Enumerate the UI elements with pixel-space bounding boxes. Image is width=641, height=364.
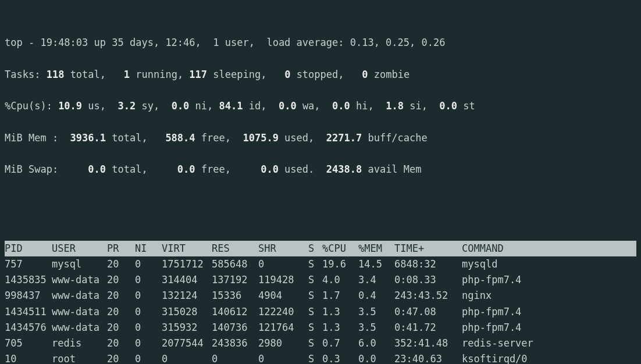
col-cmd: COMMAND: [458, 241, 636, 256]
blank-line: [5, 193, 636, 209]
cell-ni: 0: [135, 304, 162, 320]
cell-virt: 1751712: [162, 256, 212, 272]
cell-cmd: php-fpm7.4: [458, 304, 636, 320]
cell-res: 585648: [212, 256, 258, 272]
cell-time: 352:41.48: [394, 336, 458, 351]
cell-virt: 132124: [162, 288, 212, 304]
summary-line-1: top - 19:48:03 up 35 days, 12:46, 1 user…: [5, 35, 636, 51]
summary-line-swap: MiB Swap: 0.0 total, 0.0 free, 0.0 used.…: [5, 162, 636, 177]
cell-res: 0: [212, 351, 258, 364]
cell-virt: 0: [162, 351, 212, 364]
cell-pid: 10: [5, 351, 48, 364]
cell-s: S: [305, 304, 322, 320]
summary-line-tasks: Tasks: 118 total, 1 running, 117 sleepin…: [5, 67, 636, 83]
col-pid: PID: [5, 241, 48, 256]
cell-pr: 20: [107, 288, 135, 304]
cell-time: 0:41.72: [394, 320, 458, 336]
cell-ni: 0: [135, 336, 162, 351]
cell-pr: 20: [107, 336, 135, 351]
cell-time: 243:43.52: [394, 288, 458, 304]
cell-pid: 757: [5, 256, 48, 272]
cell-res: 140612: [212, 304, 258, 320]
col-cpu: %CPU: [322, 241, 358, 256]
col-s: S: [305, 241, 322, 256]
cell-res: 137192: [212, 272, 258, 288]
cell-pr: 20: [107, 304, 135, 320]
cell-res: 243836: [212, 336, 258, 351]
terminal[interactable]: top - 19:48:03 up 35 days, 12:46, 1 user…: [0, 0, 641, 364]
cell-time: 0:47.08: [394, 304, 458, 320]
cell-res: 15336: [212, 288, 258, 304]
process-row: 1434576www-data200315932140736121764S1.3…: [5, 320, 636, 336]
col-ni: NI: [135, 241, 162, 256]
cell-mem: 0.0: [358, 351, 394, 364]
cell-s: S: [305, 336, 322, 351]
cell-pid: 705: [5, 336, 48, 351]
col-user: USER: [48, 241, 107, 256]
cell-time: 6848:32: [394, 256, 458, 272]
cell-cmd: php-fpm7.4: [458, 272, 636, 288]
cell-cmd: mysqld: [458, 256, 636, 272]
process-row: 1435835www-data200314404137192119428S4.0…: [5, 272, 636, 288]
cell-cpu: 0.3: [322, 351, 358, 364]
cell-s: S: [305, 320, 322, 336]
cell-ni: 0: [135, 256, 162, 272]
process-row: 10root200000S0.30.023:40.63ksoftirqd/0: [5, 351, 636, 364]
cell-cmd: nginx: [458, 288, 636, 304]
cell-res: 140736: [212, 320, 258, 336]
process-table: PID USER PR NI VIRT RES SHR S %CPU %MEM …: [5, 241, 636, 364]
summary-line-cpu: %Cpu(s): 10.9 us, 3.2 sy, 0.0 ni, 84.1 i…: [5, 98, 636, 114]
cell-user: www-data: [48, 272, 107, 288]
cell-mem: 14.5: [358, 256, 394, 272]
cell-pid: 1434576: [5, 320, 48, 336]
cell-cmd: php-fpm7.4: [458, 320, 636, 336]
process-row: 757mysql20017517125856480S19.614.56848:3…: [5, 256, 636, 272]
cell-mem: 3.5: [358, 320, 394, 336]
cell-mem: 3.5: [358, 304, 394, 320]
cell-user: www-data: [48, 304, 107, 320]
cell-s: S: [305, 351, 322, 364]
col-shr: SHR: [258, 241, 305, 256]
cell-ni: 0: [135, 288, 162, 304]
cell-shr: 0: [258, 256, 305, 272]
cell-virt: 314404: [162, 272, 212, 288]
cell-s: S: [305, 272, 322, 288]
summary-line-mem: MiB Mem : 3936.1 total, 588.4 free, 1075…: [5, 130, 636, 146]
process-table-header: PID USER PR NI VIRT RES SHR S %CPU %MEM …: [5, 241, 636, 256]
cell-cpu: 19.6: [322, 256, 358, 272]
cell-pr: 20: [107, 272, 135, 288]
cell-shr: 122240: [258, 304, 305, 320]
cell-pr: 20: [107, 256, 135, 272]
cell-cpu: 1.3: [322, 304, 358, 320]
col-mem: %MEM: [358, 241, 394, 256]
cell-time: 0:08.33: [394, 272, 458, 288]
cell-user: root: [48, 351, 107, 364]
cell-mem: 0.4: [358, 288, 394, 304]
cell-cmd: ksoftirqd/0: [458, 351, 636, 364]
process-row: 705redis20020775442438362980S0.76.0352:4…: [5, 336, 636, 351]
process-row: 998437www-data200132124153364904S1.70.42…: [5, 288, 636, 304]
cell-pr: 20: [107, 320, 135, 336]
cell-mem: 3.4: [358, 272, 394, 288]
cell-pr: 20: [107, 351, 135, 364]
col-res: RES: [212, 241, 258, 256]
process-row: 1434511www-data200315028140612122240S1.3…: [5, 304, 636, 320]
cell-cpu: 4.0: [322, 272, 358, 288]
cell-shr: 2980: [258, 336, 305, 351]
cell-pid: 1435835: [5, 272, 48, 288]
cell-cpu: 1.7: [322, 288, 358, 304]
cell-user: www-data: [48, 288, 107, 304]
cell-pid: 1434511: [5, 304, 48, 320]
cell-time: 23:40.63: [394, 351, 458, 364]
cell-s: S: [305, 288, 322, 304]
col-time: TIME+: [394, 241, 458, 256]
cell-shr: 0: [258, 351, 305, 364]
cell-shr: 121764: [258, 320, 305, 336]
cell-user: www-data: [48, 320, 107, 336]
cell-mem: 6.0: [358, 336, 394, 351]
cell-cpu: 0.7: [322, 336, 358, 351]
cell-virt: 315932: [162, 320, 212, 336]
cell-pid: 998437: [5, 288, 48, 304]
cell-shr: 4904: [258, 288, 305, 304]
cell-shr: 119428: [258, 272, 305, 288]
